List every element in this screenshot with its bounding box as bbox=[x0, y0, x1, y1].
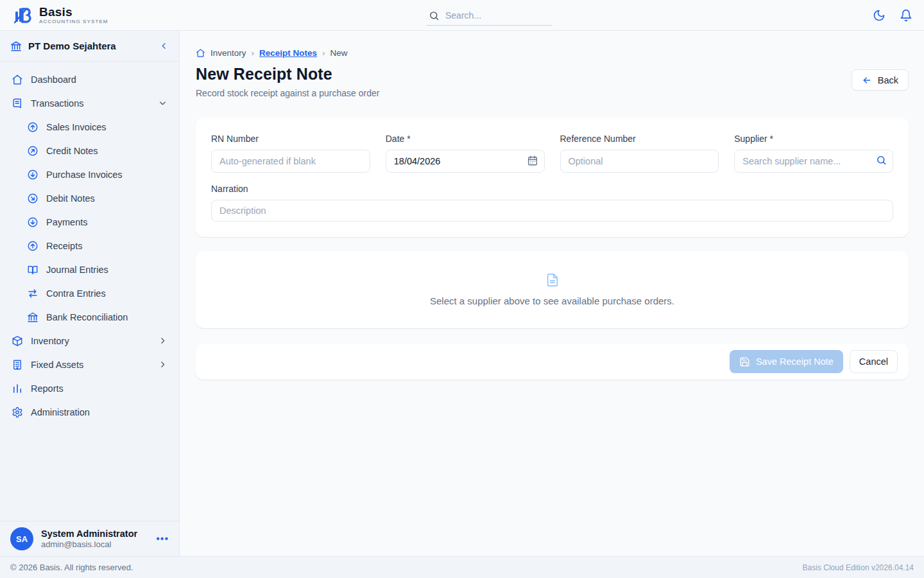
empty-state-message: Select a supplier above to see available… bbox=[430, 295, 674, 306]
narration-input[interactable] bbox=[211, 200, 893, 222]
rn-number-input[interactable] bbox=[211, 150, 370, 173]
sidebar-item-label: Bank Reconciliation bbox=[46, 312, 167, 322]
sidebar-item-label: Credit Notes bbox=[46, 146, 167, 156]
sidebar-item-label: Receipts bbox=[46, 241, 167, 251]
breadcrumb-separator: › bbox=[252, 48, 255, 58]
back-button[interactable]: Back bbox=[851, 69, 909, 91]
arrow-up-circle-icon bbox=[27, 240, 38, 252]
chevron-right-icon bbox=[158, 336, 167, 346]
sidebar-item-administration[interactable]: Administration bbox=[8, 400, 171, 424]
global-search bbox=[426, 6, 552, 26]
sidebar-nav: Dashboard Transactions Sales Invoices Cr… bbox=[0, 62, 179, 521]
sidebar-item-inventory[interactable]: Inventory bbox=[8, 329, 171, 353]
date-input[interactable] bbox=[386, 150, 545, 173]
narration-field: Narration bbox=[211, 184, 893, 222]
supplier-label: Supplier * bbox=[734, 134, 893, 144]
avatar: SA bbox=[10, 527, 33, 550]
home-icon bbox=[196, 48, 205, 58]
version-text: Basis Cloud Edition v2026.04.14 bbox=[803, 563, 914, 572]
breadcrumb: Inventory › Receipt Notes › New bbox=[196, 48, 909, 58]
sidebar-item-label: Purchase Invoices bbox=[46, 170, 167, 180]
save-receipt-note-button[interactable]: Save Receipt Note bbox=[730, 350, 843, 373]
sidebar-item-payments[interactable]: Payments bbox=[8, 210, 171, 234]
company-selector[interactable]: PT Demo Sejahtera bbox=[0, 31, 179, 62]
receipt-note-form-card: RN Number Date * Reference Number bbox=[196, 118, 909, 237]
sidebar-item-contra-entries[interactable]: Contra Entries bbox=[8, 281, 171, 305]
purchase-orders-empty-state: Select a supplier above to see available… bbox=[196, 251, 909, 328]
sidebar: PT Demo Sejahtera Dashboard Transactions… bbox=[0, 31, 180, 556]
gear-icon bbox=[12, 407, 23, 418]
rn-number-field: RN Number bbox=[211, 134, 370, 173]
sidebar-item-label: Payments bbox=[46, 217, 167, 227]
user-menu-button[interactable]: ••• bbox=[156, 533, 169, 545]
sidebar-item-bank-reconciliation[interactable]: Bank Reconciliation bbox=[8, 305, 171, 329]
sidebar-item-credit-notes[interactable]: Credit Notes bbox=[8, 139, 171, 162]
document-icon bbox=[545, 273, 560, 287]
basis-logo-icon bbox=[12, 4, 33, 26]
sidebar-item-reports[interactable]: Reports bbox=[8, 376, 171, 400]
brand-tagline: ACCOUNTING SYSTEM bbox=[39, 19, 108, 25]
bank-icon bbox=[27, 311, 38, 323]
reference-number-label: Reference Number bbox=[560, 134, 719, 144]
search-icon[interactable] bbox=[876, 155, 887, 166]
reference-number-input[interactable] bbox=[560, 150, 719, 173]
sidebar-item-sales-invoices[interactable]: Sales Invoices bbox=[8, 115, 171, 139]
save-icon bbox=[739, 356, 750, 367]
dark-mode-toggle[interactable] bbox=[873, 9, 886, 22]
arrow-down-circle-icon bbox=[27, 169, 38, 180]
chevron-left-icon[interactable] bbox=[159, 41, 169, 51]
sidebar-item-label: Debit Notes bbox=[46, 193, 167, 204]
sidebar-item-receipts[interactable]: Receipts bbox=[8, 234, 171, 258]
user-email: admin@basis.local bbox=[41, 539, 148, 550]
building-icon bbox=[12, 359, 23, 371]
sidebar-item-dashboard[interactable]: Dashboard bbox=[8, 67, 171, 91]
reference-number-field: Reference Number bbox=[560, 134, 719, 173]
top-header: Basis ACCOUNTING SYSTEM bbox=[0, 0, 924, 31]
sidebar-item-label: Journal Entries bbox=[46, 265, 167, 275]
notifications-button[interactable] bbox=[900, 9, 912, 22]
date-label: Date * bbox=[386, 134, 545, 144]
breadcrumb-new: New bbox=[330, 48, 348, 58]
user-section: SA System Administrator admin@basis.loca… bbox=[0, 521, 179, 556]
sidebar-item-purchase-invoices[interactable]: Purchase Invoices bbox=[8, 162, 171, 186]
arrow-up-right-circle-icon bbox=[27, 145, 38, 157]
search-input[interactable] bbox=[445, 10, 535, 21]
supplier-field: Supplier * bbox=[734, 134, 893, 173]
arrow-down-right-circle-icon bbox=[27, 193, 38, 204]
breadcrumb-inventory[interactable]: Inventory bbox=[210, 48, 246, 58]
moon-icon bbox=[873, 9, 886, 22]
sidebar-item-label: Fixed Assets bbox=[31, 360, 150, 370]
home-icon bbox=[12, 74, 23, 85]
chevron-down-icon bbox=[158, 98, 167, 108]
brand-name: Basis bbox=[39, 6, 108, 19]
search-icon bbox=[429, 10, 440, 21]
calendar-icon[interactable] bbox=[527, 155, 538, 166]
sidebar-item-fixed-assets[interactable]: Fixed Assets bbox=[8, 353, 171, 376]
sidebar-item-debit-notes[interactable]: Debit Notes bbox=[8, 186, 171, 210]
sidebar-item-label: Administration bbox=[31, 407, 167, 417]
arrow-down-circle-icon bbox=[27, 216, 38, 228]
sidebar-item-transactions[interactable]: Transactions bbox=[8, 91, 171, 115]
app-footer: © 2026 Basis. All rights reserved. Basis… bbox=[0, 556, 924, 578]
bell-icon bbox=[900, 9, 912, 22]
sidebar-item-label: Sales Invoices bbox=[46, 122, 167, 132]
breadcrumb-separator: › bbox=[322, 48, 325, 58]
narration-label: Narration bbox=[211, 184, 893, 194]
form-action-bar: Save Receipt Note Cancel bbox=[196, 344, 909, 380]
sidebar-item-journal-entries[interactable]: Journal Entries bbox=[8, 258, 171, 281]
user-name: System Administrator bbox=[41, 528, 148, 539]
save-button-label: Save Receipt Note bbox=[756, 356, 834, 367]
sidebar-item-label: Dashboard bbox=[31, 74, 167, 85]
arrow-up-circle-icon bbox=[27, 121, 38, 133]
bar-chart-icon bbox=[12, 383, 23, 394]
main-content: Inventory › Receipt Notes › New New Rece… bbox=[180, 31, 924, 556]
arrow-left-icon bbox=[862, 75, 872, 85]
supplier-search-input[interactable] bbox=[734, 150, 893, 173]
book-open-icon bbox=[27, 264, 38, 276]
sidebar-item-label: Transactions bbox=[31, 98, 150, 109]
arrows-left-right-icon bbox=[27, 288, 38, 299]
cancel-button[interactable]: Cancel bbox=[850, 350, 898, 373]
sidebar-item-label: Reports bbox=[31, 383, 167, 394]
rn-number-label: RN Number bbox=[211, 134, 370, 144]
breadcrumb-receipt-notes[interactable]: Receipt Notes bbox=[259, 48, 317, 58]
